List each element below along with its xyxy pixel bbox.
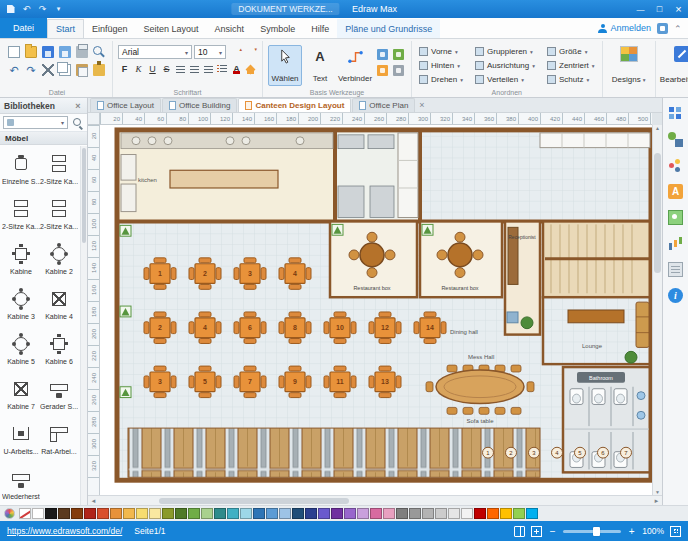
lounge-sofa[interactable] xyxy=(636,302,649,347)
open-icon[interactable] xyxy=(25,46,37,58)
connector-tool-button[interactable]: Verbinder xyxy=(338,45,372,86)
tab-seiten-layout[interactable]: Seiten Layout xyxy=(136,19,207,38)
library-item[interactable]: 2-Sitze Ka... xyxy=(40,192,78,236)
color-swatch[interactable] xyxy=(149,508,161,519)
clipart-dock-button[interactable] xyxy=(667,208,685,226)
chart-dock-button[interactable] xyxy=(667,234,685,252)
plant-box[interactable] xyxy=(120,387,131,398)
library-dropdown[interactable] xyxy=(3,116,68,129)
color-swatch[interactable] xyxy=(136,508,148,519)
color-swatch[interactable] xyxy=(292,508,304,519)
plant-box[interactable] xyxy=(422,224,433,235)
color-swatch[interactable] xyxy=(526,508,538,519)
tab-symbole[interactable]: Symbole xyxy=(252,19,303,38)
format-painter-icon[interactable] xyxy=(93,64,105,76)
font-color-button[interactable]: A xyxy=(230,62,243,75)
tab-plaene-und-grundrisse[interactable]: Pläne und Grundrisse xyxy=(337,19,440,38)
vertical-scrollbar[interactable]: ▲ ▼ xyxy=(652,125,662,495)
plant-box[interactable] xyxy=(120,306,131,317)
signin-button[interactable]: Anmelden xyxy=(598,23,651,33)
kitchen-equipment[interactable] xyxy=(338,186,364,217)
color-swatch[interactable] xyxy=(266,508,278,519)
paste-icon[interactable] xyxy=(76,64,88,76)
scroll-left-icon[interactable] xyxy=(88,498,99,504)
color-swatch[interactable] xyxy=(396,508,408,519)
align-center-icon[interactable] xyxy=(188,63,201,75)
color-swatch[interactable] xyxy=(370,508,382,519)
color-swatch[interactable] xyxy=(318,508,330,519)
tab-ansicht[interactable]: Ansicht xyxy=(207,19,253,38)
color-swatch[interactable] xyxy=(279,508,291,519)
notes-dock-button[interactable] xyxy=(667,260,685,278)
color-swatch[interactable] xyxy=(201,508,213,519)
edit-button[interactable]: Bearbeiten xyxy=(661,44,688,86)
color-swatch[interactable] xyxy=(474,508,486,519)
color-swatch[interactable] xyxy=(58,508,70,519)
redo-icon[interactable] xyxy=(36,3,49,16)
color-swatch[interactable] xyxy=(422,508,434,519)
highlight-pen-icon[interactable] xyxy=(244,63,257,75)
toilet[interactable] xyxy=(592,389,605,405)
fit-page-icon[interactable] xyxy=(670,526,681,537)
color-swatch[interactable] xyxy=(19,508,31,519)
shapes-dock-button[interactable] xyxy=(667,130,685,148)
arrange-ausrichtung-button[interactable]: Ausrichtung xyxy=(473,59,537,72)
minimize-button[interactable] xyxy=(631,2,650,17)
tab-hilfe[interactable]: Hilfe xyxy=(303,19,337,38)
redo-ribbon-icon[interactable] xyxy=(25,64,37,76)
color-swatch[interactable] xyxy=(357,508,369,519)
tab-einfuegen[interactable]: Einfügen xyxy=(84,19,136,38)
color-swatch[interactable] xyxy=(383,508,395,519)
cabinet-row[interactable] xyxy=(540,133,650,148)
maximize-button[interactable] xyxy=(650,2,669,17)
font-size-combo[interactable]: 10 xyxy=(194,45,226,59)
underline-button[interactable]: U xyxy=(146,62,159,75)
fill-tool-icon[interactable] xyxy=(377,65,388,76)
library-item[interactable]: Einzelne S... xyxy=(2,147,40,191)
save-as-icon[interactable] xyxy=(59,46,71,58)
website-link[interactable]: https://www.edrawsoft.com/de/ xyxy=(7,526,122,536)
feedback-icon[interactable] xyxy=(657,23,668,34)
libraries-dock-button[interactable] xyxy=(667,104,685,122)
scroll-down-icon[interactable]: ▼ xyxy=(653,489,662,495)
list-icon[interactable] xyxy=(216,62,229,75)
color-swatch[interactable] xyxy=(110,508,122,519)
grid-view-icon[interactable] xyxy=(531,526,542,537)
doc-tab-canteen-design-layout[interactable]: Canteen Design Layout xyxy=(238,98,351,112)
library-item[interactable]: Kabine 6 xyxy=(40,327,78,371)
doc-tab-office-building[interactable]: Office Building xyxy=(162,98,237,112)
scroll-up-icon[interactable]: ▲ xyxy=(653,125,662,131)
color-swatch[interactable] xyxy=(487,508,499,519)
library-scrollbar[interactable] xyxy=(80,146,87,505)
collapse-ribbon-icon[interactable] xyxy=(674,24,683,33)
bold-button[interactable]: F xyxy=(118,62,131,75)
plant[interactable] xyxy=(521,317,533,329)
arrange-gruppieren-button[interactable]: Gruppieren xyxy=(473,45,537,58)
color-swatch[interactable] xyxy=(253,508,265,519)
kitchen-equipment[interactable] xyxy=(370,186,394,217)
library-item[interactable]: Kabine 4 xyxy=(40,282,78,326)
undo-ribbon-icon[interactable] xyxy=(8,64,20,76)
color-swatch[interactable] xyxy=(409,508,421,519)
align-right-icon[interactable] xyxy=(202,63,215,75)
arrange-schutz-button[interactable]: Schutz xyxy=(545,73,597,86)
color-swatch[interactable] xyxy=(71,508,83,519)
undo-icon[interactable] xyxy=(20,3,33,16)
floorplan-canvas[interactable]: kitchen Restaurant box Restaurant box Re… xyxy=(100,125,652,495)
plant-box[interactable] xyxy=(120,225,131,236)
library-item[interactable]: Kabine 5 xyxy=(2,327,40,371)
toilet[interactable] xyxy=(614,389,627,405)
zoom-out-button[interactable] xyxy=(548,526,557,537)
serving-counter[interactable] xyxy=(338,135,364,149)
color-swatch[interactable] xyxy=(32,508,44,519)
save-icon[interactable] xyxy=(4,3,17,16)
new-document-icon[interactable] xyxy=(8,46,20,58)
canvas[interactable]: kitchen Restaurant box Restaurant box Re… xyxy=(100,125,652,495)
info-dock-button[interactable] xyxy=(667,286,685,304)
doc-tab-office-plan[interactable]: Office Plan xyxy=(352,98,415,112)
align-left-icon[interactable] xyxy=(174,63,187,75)
booth-seating-row[interactable] xyxy=(128,428,540,477)
designs-button[interactable]: Designs xyxy=(608,44,650,86)
tall-fridge[interactable] xyxy=(398,133,418,218)
tab-datei[interactable]: Datei xyxy=(0,18,47,38)
